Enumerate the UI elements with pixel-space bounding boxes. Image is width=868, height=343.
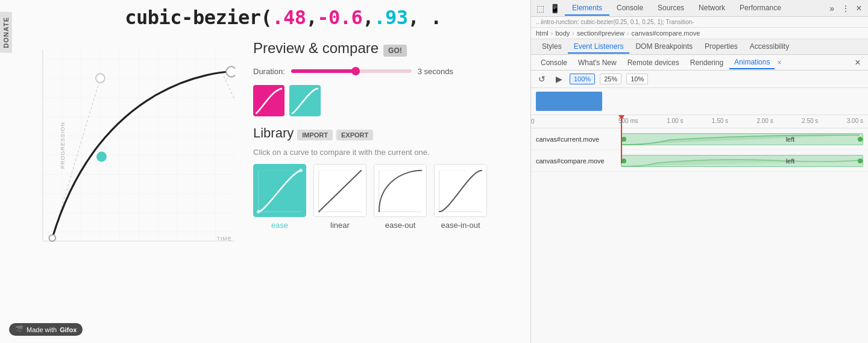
breadcrumb-body[interactable]: body — [555, 30, 570, 37]
formula-p2: -0.6 — [317, 6, 362, 29]
devtools-tabs: Elements Console Sources Network Perform… — [565, 1, 823, 16]
styles-tab-accessibility[interactable]: Accessibility — [744, 40, 795, 54]
speed-10-button[interactable]: 10% — [626, 74, 648, 84]
breadcrumb-html[interactable]: html — [536, 30, 549, 37]
gifox-brand: Gifox — [60, 326, 77, 333]
speed-25-button[interactable]: 25% — [600, 74, 621, 84]
ruler-mark-3s: 3.00 s — [847, 118, 863, 124]
animation-preview-rect — [536, 92, 602, 111]
tab-elements[interactable]: Elements — [565, 1, 609, 16]
drawer-tab-remote-devices[interactable]: Remote devices — [623, 57, 684, 69]
go-button[interactable]: GO! — [383, 45, 407, 57]
anim-bar-compare-label: left — [786, 157, 795, 165]
tab-sources[interactable]: Sources — [650, 1, 691, 16]
timeline-rows: canvas#current.move left ca — [531, 128, 868, 343]
library-curve-ease-in-out — [434, 164, 487, 217]
svg-point-12 — [257, 210, 260, 213]
library-item-linear[interactable]: linear — [313, 164, 366, 230]
more-tabs-button[interactable]: » — [826, 1, 838, 16]
library-items: ease linear — [253, 164, 518, 230]
progression-label: PROGRESSION — [60, 122, 66, 169]
duration-slider[interactable] — [291, 66, 412, 76]
svg-point-5 — [49, 234, 56, 241]
bezier-canvas: PROGRESSION — [42, 40, 235, 251]
donate-tab[interactable]: DONATE — [0, 12, 12, 53]
devtools-menu-icon[interactable]: ⋮ — [840, 3, 851, 14]
library-ease-in-out-label: ease-in-out — [441, 221, 480, 230]
timeline-label-current: canvas#current.move — [531, 136, 618, 143]
slider-thumb[interactable] — [351, 67, 360, 75]
speed-100-button[interactable]: 100% — [570, 74, 595, 84]
anim-bar-compare-start — [621, 159, 626, 163]
anim-bar-current[interactable]: left — [621, 133, 863, 145]
drawer-tab-whats-new[interactable]: What's New — [573, 57, 621, 69]
timeline-content-compare: left — [618, 150, 868, 171]
animations-toolbar: ↺ ▶ 100% 25% 10% — [531, 71, 868, 88]
devtools-panel: ⬚ 📱 Elements Console Sources Network Per… — [530, 0, 868, 343]
formula-prefix: cubic-bezier( — [125, 6, 272, 29]
drawer-tab-rendering[interactable]: Rendering — [685, 57, 728, 69]
gifox-badge[interactable]: 🎬 Made with Gifox — [9, 323, 83, 336]
breadcrumb-canvas[interactable]: canvas#compare.move — [632, 30, 700, 37]
ruler-origin: 0 — [531, 115, 535, 128]
drawer-tabs: Console What's New Remote devices Render… — [531, 55, 868, 71]
duration-row: Duration: 3 seconds — [253, 66, 518, 76]
devtools-topbar: ⬚ 📱 Elements Console Sources Network Per… — [531, 0, 868, 17]
breadcrumb-section[interactable]: section#preview — [577, 30, 624, 37]
ruler-mark-2s: 2.00 s — [756, 118, 773, 124]
bezier-curve-svg[interactable] — [42, 40, 235, 251]
import-button[interactable]: IMPORT — [297, 130, 333, 140]
styles-tab-event-listeners[interactable]: Event Listeners — [568, 40, 630, 54]
timeline-row-compare: canvas#compare.move left — [531, 150, 868, 172]
formula-display: cubic-bezier(.48,-0.6,.93, . — [0, 0, 530, 34]
preview-curve-cyan[interactable] — [289, 85, 321, 116]
ruler-mark-150s: 1.50 s — [712, 118, 728, 124]
main-content: PROGRESSION — [33, 34, 530, 341]
drawer-tab-console[interactable]: Console — [536, 57, 572, 69]
library-curve-ease-out — [374, 164, 427, 217]
styles-tab-styles[interactable]: Styles — [536, 40, 568, 54]
library-item-ease[interactable]: ease — [253, 164, 306, 230]
source-bar: ...iintro-runction: cubic-bezier(0.25, 0… — [531, 17, 868, 28]
drawer-tab-animations-close[interactable]: × — [777, 58, 781, 67]
svg-point-13 — [299, 169, 303, 172]
anim-bar-current-start — [621, 137, 626, 142]
anim-bar-compare-end — [858, 159, 863, 163]
duration-value: 3 seconds — [418, 67, 453, 76]
ruler-mark-250s: 2.50 s — [802, 118, 818, 124]
library-curve-ease — [253, 164, 306, 217]
library-item-ease-in-out[interactable]: ease-in-out — [434, 164, 487, 230]
slider-fill — [291, 69, 357, 73]
library-section: Library IMPORT EXPORT Click on a curve t… — [253, 125, 518, 230]
slider-track — [291, 69, 412, 73]
export-button[interactable]: EXPORT — [336, 130, 373, 140]
svg-rect-0 — [43, 49, 234, 241]
timeline-ruler: 0 500 ms 1.00 s 1.50 s 2.00 s 2.50 s 3.0… — [531, 115, 868, 128]
drawer-close-button[interactable]: × — [852, 57, 863, 68]
anim-bar-current-end — [858, 137, 863, 142]
formula-p3: .93 — [374, 6, 407, 29]
tab-performance[interactable]: Performance — [732, 1, 788, 16]
svg-point-8 — [226, 67, 235, 77]
styles-tabs: Styles Event Listeners DOM Breakpoints P… — [531, 39, 868, 55]
tab-console[interactable]: Console — [609, 1, 650, 16]
devtools-close-button[interactable]: × — [854, 3, 864, 14]
library-ease-label: ease — [271, 221, 288, 230]
drawer-tab-animations[interactable]: Animations — [729, 56, 775, 69]
inspect-icon[interactable]: ⬚ — [535, 3, 546, 14]
refresh-button[interactable]: ↺ — [536, 73, 548, 85]
formula-p1: .48 — [272, 6, 306, 29]
anim-bar-compare[interactable]: left — [621, 155, 863, 167]
preview-curve-pink[interactable] — [253, 85, 285, 116]
tab-network[interactable]: Network — [691, 1, 732, 16]
play-button[interactable]: ▶ — [553, 73, 565, 85]
styles-tab-properties[interactable]: Properties — [699, 40, 744, 54]
playhead[interactable] — [621, 115, 622, 163]
styles-tab-dom-breakpoints[interactable]: DOM Breakpoints — [629, 40, 699, 54]
preview-section: Preview & compare GO! Duration: 3 second… — [253, 37, 518, 116]
main-app-panel: DONATE cubic-bezier(.48,-0.6,.93, . PROG… — [0, 0, 530, 343]
library-item-ease-out[interactable]: ease-out — [374, 164, 427, 230]
device-icon[interactable]: 📱 — [549, 3, 560, 14]
animation-preview-box — [531, 88, 868, 115]
breadcrumb-bar[interactable]: html › body › section#preview › canvas#c… — [531, 28, 868, 39]
